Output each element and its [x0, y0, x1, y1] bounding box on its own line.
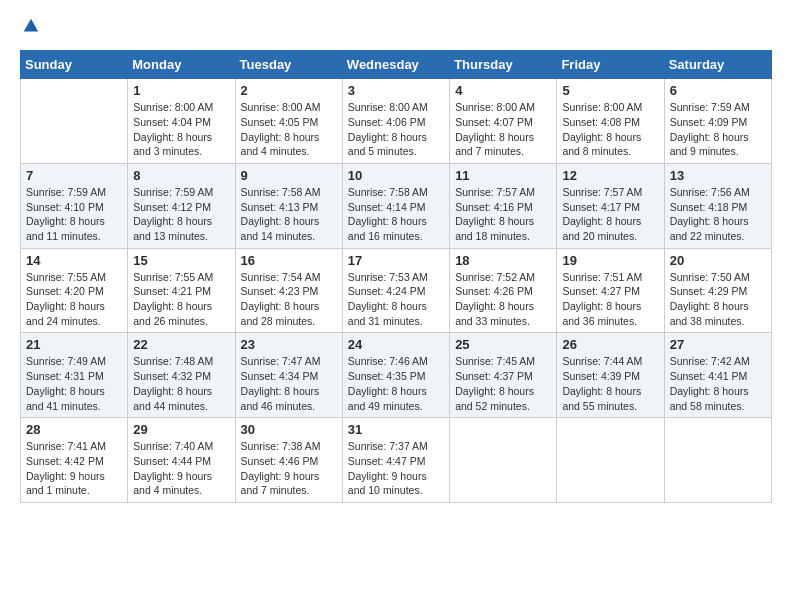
day-info: Sunrise: 7:40 AM Sunset: 4:44 PM Dayligh… [133, 439, 229, 498]
day-number: 4 [455, 83, 551, 98]
calendar-cell [21, 79, 128, 164]
svg-marker-0 [24, 19, 38, 32]
day-info: Sunrise: 7:58 AM Sunset: 4:14 PM Dayligh… [348, 185, 444, 244]
day-info: Sunrise: 7:53 AM Sunset: 4:24 PM Dayligh… [348, 270, 444, 329]
calendar-cell: 19Sunrise: 7:51 AM Sunset: 4:27 PM Dayli… [557, 248, 664, 333]
calendar-cell: 17Sunrise: 7:53 AM Sunset: 4:24 PM Dayli… [342, 248, 449, 333]
day-info: Sunrise: 7:54 AM Sunset: 4:23 PM Dayligh… [241, 270, 337, 329]
day-info: Sunrise: 7:37 AM Sunset: 4:47 PM Dayligh… [348, 439, 444, 498]
day-info: Sunrise: 8:00 AM Sunset: 4:08 PM Dayligh… [562, 100, 658, 159]
calendar-day-header: Monday [128, 51, 235, 79]
day-info: Sunrise: 7:59 AM Sunset: 4:12 PM Dayligh… [133, 185, 229, 244]
day-number: 14 [26, 253, 122, 268]
calendar-cell: 11Sunrise: 7:57 AM Sunset: 4:16 PM Dayli… [450, 163, 557, 248]
calendar-cell: 4Sunrise: 8:00 AM Sunset: 4:07 PM Daylig… [450, 79, 557, 164]
day-info: Sunrise: 8:00 AM Sunset: 4:05 PM Dayligh… [241, 100, 337, 159]
day-info: Sunrise: 7:59 AM Sunset: 4:09 PM Dayligh… [670, 100, 766, 159]
calendar-cell: 26Sunrise: 7:44 AM Sunset: 4:39 PM Dayli… [557, 333, 664, 418]
day-number: 6 [670, 83, 766, 98]
day-number: 1 [133, 83, 229, 98]
day-info: Sunrise: 7:45 AM Sunset: 4:37 PM Dayligh… [455, 354, 551, 413]
calendar-cell: 22Sunrise: 7:48 AM Sunset: 4:32 PM Dayli… [128, 333, 235, 418]
day-number: 21 [26, 337, 122, 352]
day-number: 11 [455, 168, 551, 183]
day-number: 15 [133, 253, 229, 268]
day-number: 31 [348, 422, 444, 437]
calendar-header-row: SundayMondayTuesdayWednesdayThursdayFrid… [21, 51, 772, 79]
day-info: Sunrise: 8:00 AM Sunset: 4:06 PM Dayligh… [348, 100, 444, 159]
calendar-day-header: Saturday [664, 51, 771, 79]
day-info: Sunrise: 7:59 AM Sunset: 4:10 PM Dayligh… [26, 185, 122, 244]
day-number: 12 [562, 168, 658, 183]
calendar-cell: 29Sunrise: 7:40 AM Sunset: 4:44 PM Dayli… [128, 418, 235, 503]
day-number: 16 [241, 253, 337, 268]
calendar-cell: 20Sunrise: 7:50 AM Sunset: 4:29 PM Dayli… [664, 248, 771, 333]
day-number: 9 [241, 168, 337, 183]
calendar-cell: 9Sunrise: 7:58 AM Sunset: 4:13 PM Daylig… [235, 163, 342, 248]
calendar-cell: 18Sunrise: 7:52 AM Sunset: 4:26 PM Dayli… [450, 248, 557, 333]
day-info: Sunrise: 7:55 AM Sunset: 4:20 PM Dayligh… [26, 270, 122, 329]
day-number: 2 [241, 83, 337, 98]
calendar-cell: 27Sunrise: 7:42 AM Sunset: 4:41 PM Dayli… [664, 333, 771, 418]
calendar-cell: 25Sunrise: 7:45 AM Sunset: 4:37 PM Dayli… [450, 333, 557, 418]
day-info: Sunrise: 7:58 AM Sunset: 4:13 PM Dayligh… [241, 185, 337, 244]
day-number: 22 [133, 337, 229, 352]
calendar-day-header: Tuesday [235, 51, 342, 79]
calendar-week-row: 21Sunrise: 7:49 AM Sunset: 4:31 PM Dayli… [21, 333, 772, 418]
calendar-cell: 13Sunrise: 7:56 AM Sunset: 4:18 PM Dayli… [664, 163, 771, 248]
day-info: Sunrise: 7:48 AM Sunset: 4:32 PM Dayligh… [133, 354, 229, 413]
day-number: 5 [562, 83, 658, 98]
calendar-week-row: 14Sunrise: 7:55 AM Sunset: 4:20 PM Dayli… [21, 248, 772, 333]
calendar-cell: 7Sunrise: 7:59 AM Sunset: 4:10 PM Daylig… [21, 163, 128, 248]
calendar-cell: 1Sunrise: 8:00 AM Sunset: 4:04 PM Daylig… [128, 79, 235, 164]
calendar-cell: 31Sunrise: 7:37 AM Sunset: 4:47 PM Dayli… [342, 418, 449, 503]
calendar-cell: 3Sunrise: 8:00 AM Sunset: 4:06 PM Daylig… [342, 79, 449, 164]
calendar-day-header: Friday [557, 51, 664, 79]
calendar-day-header: Wednesday [342, 51, 449, 79]
day-info: Sunrise: 7:42 AM Sunset: 4:41 PM Dayligh… [670, 354, 766, 413]
day-info: Sunrise: 7:56 AM Sunset: 4:18 PM Dayligh… [670, 185, 766, 244]
calendar-cell: 10Sunrise: 7:58 AM Sunset: 4:14 PM Dayli… [342, 163, 449, 248]
calendar-day-header: Thursday [450, 51, 557, 79]
day-info: Sunrise: 7:41 AM Sunset: 4:42 PM Dayligh… [26, 439, 122, 498]
day-info: Sunrise: 8:00 AM Sunset: 4:04 PM Dayligh… [133, 100, 229, 159]
calendar-cell: 16Sunrise: 7:54 AM Sunset: 4:23 PM Dayli… [235, 248, 342, 333]
calendar-cell: 15Sunrise: 7:55 AM Sunset: 4:21 PM Dayli… [128, 248, 235, 333]
day-info: Sunrise: 7:47 AM Sunset: 4:34 PM Dayligh… [241, 354, 337, 413]
day-number: 3 [348, 83, 444, 98]
day-info: Sunrise: 7:51 AM Sunset: 4:27 PM Dayligh… [562, 270, 658, 329]
day-info: Sunrise: 7:57 AM Sunset: 4:16 PM Dayligh… [455, 185, 551, 244]
page: SundayMondayTuesdayWednesdayThursdayFrid… [0, 0, 792, 523]
logo-icon [22, 17, 40, 35]
calendar-cell: 23Sunrise: 7:47 AM Sunset: 4:34 PM Dayli… [235, 333, 342, 418]
day-info: Sunrise: 7:52 AM Sunset: 4:26 PM Dayligh… [455, 270, 551, 329]
day-number: 13 [670, 168, 766, 183]
day-info: Sunrise: 7:46 AM Sunset: 4:35 PM Dayligh… [348, 354, 444, 413]
day-info: Sunrise: 7:38 AM Sunset: 4:46 PM Dayligh… [241, 439, 337, 498]
calendar-cell: 12Sunrise: 7:57 AM Sunset: 4:17 PM Dayli… [557, 163, 664, 248]
day-number: 10 [348, 168, 444, 183]
day-info: Sunrise: 7:57 AM Sunset: 4:17 PM Dayligh… [562, 185, 658, 244]
header [20, 16, 772, 40]
calendar-table: SundayMondayTuesdayWednesdayThursdayFrid… [20, 50, 772, 503]
day-number: 27 [670, 337, 766, 352]
day-info: Sunrise: 7:55 AM Sunset: 4:21 PM Dayligh… [133, 270, 229, 329]
calendar-day-header: Sunday [21, 51, 128, 79]
day-number: 19 [562, 253, 658, 268]
calendar-cell [557, 418, 664, 503]
day-number: 29 [133, 422, 229, 437]
calendar-cell: 6Sunrise: 7:59 AM Sunset: 4:09 PM Daylig… [664, 79, 771, 164]
calendar-week-row: 7Sunrise: 7:59 AM Sunset: 4:10 PM Daylig… [21, 163, 772, 248]
day-number: 25 [455, 337, 551, 352]
calendar-cell: 2Sunrise: 8:00 AM Sunset: 4:05 PM Daylig… [235, 79, 342, 164]
day-number: 20 [670, 253, 766, 268]
calendar-week-row: 28Sunrise: 7:41 AM Sunset: 4:42 PM Dayli… [21, 418, 772, 503]
day-number: 28 [26, 422, 122, 437]
calendar-cell: 5Sunrise: 8:00 AM Sunset: 4:08 PM Daylig… [557, 79, 664, 164]
calendar-cell: 28Sunrise: 7:41 AM Sunset: 4:42 PM Dayli… [21, 418, 128, 503]
day-number: 8 [133, 168, 229, 183]
calendar-cell: 8Sunrise: 7:59 AM Sunset: 4:12 PM Daylig… [128, 163, 235, 248]
day-number: 30 [241, 422, 337, 437]
day-info: Sunrise: 7:44 AM Sunset: 4:39 PM Dayligh… [562, 354, 658, 413]
calendar-cell: 30Sunrise: 7:38 AM Sunset: 4:46 PM Dayli… [235, 418, 342, 503]
